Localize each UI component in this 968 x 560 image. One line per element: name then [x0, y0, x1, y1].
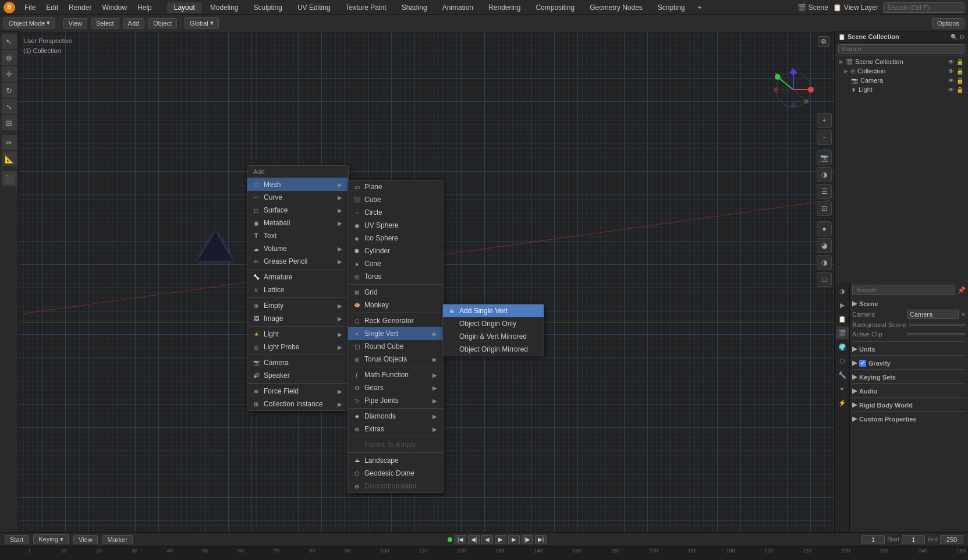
- mesh-diamonds[interactable]: Diamonds ▶: [348, 410, 443, 423]
- add-menu-camera[interactable]: Camera: [247, 356, 348, 369]
- mesh-landscape[interactable]: Landscape: [348, 454, 443, 467]
- tree-light[interactable]: ☀ Light 👁 🔒: [835, 85, 968, 94]
- menu-edit[interactable]: Edit: [41, 2, 63, 13]
- units-section-title[interactable]: ▶ Units: [852, 343, 966, 354]
- view-timeline-btn[interactable]: View: [73, 535, 98, 544]
- mesh-cube[interactable]: Cube: [348, 193, 443, 206]
- tree-collection[interactable]: ▶ ⊞ Collection 👁 🔒: [835, 66, 968, 76]
- outliner-search-input[interactable]: [838, 44, 965, 54]
- add-menu-surface[interactable]: Surface ▶: [247, 204, 348, 217]
- add-menu-metaball[interactable]: Metaball ▶: [247, 217, 348, 229]
- add-menu-volume[interactable]: Volume ▶: [247, 242, 348, 255]
- options-btn[interactable]: Options: [932, 18, 965, 29]
- tool-measure[interactable]: 📐: [2, 151, 17, 166]
- prev-keyframe-btn[interactable]: ◀|: [468, 535, 480, 544]
- mesh-grid[interactable]: Grid: [348, 286, 443, 299]
- mesh-pipe-joints[interactable]: Pipe Joints ▶: [348, 394, 443, 407]
- tool-rotate[interactable]: ↻: [2, 83, 17, 98]
- add-menu-text[interactable]: Text: [247, 229, 348, 242]
- add-menu-light[interactable]: Light ▶: [247, 328, 348, 341]
- tab-compositing[interactable]: Compositing: [529, 2, 581, 13]
- audio-section-title[interactable]: ▶ Audio: [852, 385, 966, 396]
- select-btn[interactable]: Select: [91, 18, 119, 29]
- mesh-math-function[interactable]: Math Function ▶: [348, 368, 443, 381]
- add-btn[interactable]: Add: [123, 18, 145, 29]
- mode-selector[interactable]: Object Mode ▾: [3, 17, 55, 29]
- custom-props-section-title[interactable]: ▶ Custom Properties: [852, 413, 966, 424]
- menu-help[interactable]: Help: [133, 2, 157, 13]
- add-menu-image[interactable]: Image ▶: [247, 312, 348, 325]
- view-btn[interactable]: View: [63, 18, 87, 29]
- tab-layout[interactable]: Layout: [167, 2, 202, 13]
- keying-section-title[interactable]: ▶ Keying Sets: [852, 371, 966, 382]
- vrt-zoom-out[interactable]: -: [817, 130, 832, 145]
- tab-rendering[interactable]: Rendering: [481, 2, 527, 13]
- vrt-camera[interactable]: 📷: [817, 150, 832, 165]
- next-keyframe-btn[interactable]: |▶: [522, 535, 533, 544]
- sv-origin-only[interactable]: Object Origin Only: [443, 317, 544, 330]
- menu-render[interactable]: Render: [64, 2, 96, 13]
- scene-selector[interactable]: 🎬 Scene: [797, 3, 828, 12]
- viewport-options-icon[interactable]: ⚙: [818, 36, 829, 47]
- vrt-wireframe[interactable]: □: [817, 272, 832, 287]
- add-menu-speaker[interactable]: Speaker: [247, 369, 348, 382]
- tool-annotate[interactable]: ✏: [2, 135, 17, 150]
- active-clip-value[interactable]: [907, 333, 966, 335]
- tool-move[interactable]: ✛: [2, 66, 17, 81]
- add-menu-grease-pencil[interactable]: Grease Pencil ▶: [247, 255, 348, 268]
- mesh-cone[interactable]: Cone: [348, 257, 443, 270]
- add-menu-curve[interactable]: Curve ▶: [247, 191, 348, 204]
- end-frame-input[interactable]: 250: [940, 535, 963, 544]
- add-menu-mesh[interactable]: Mesh ▶: [247, 178, 348, 191]
- vrt-rendered[interactable]: ◑: [817, 255, 832, 270]
- play-btn[interactable]: ▶: [495, 535, 506, 544]
- viewport[interactable]: User Perspective (1) Collection ⚙ X Y: [19, 31, 834, 532]
- gravity-checkbox[interactable]: ✓: [859, 360, 866, 367]
- tab-sculpting[interactable]: Sculpting: [247, 2, 289, 13]
- mesh-geodesic-dome[interactable]: Geodesic Dome: [348, 467, 443, 480]
- global-btn[interactable]: Global ▾: [185, 17, 219, 29]
- bg-scene-value[interactable]: [909, 324, 966, 326]
- camera-clear-icon[interactable]: ✕: [961, 311, 966, 318]
- jump-start-btn[interactable]: |◀: [455, 535, 466, 544]
- mesh-rock-gen[interactable]: Rock Generator: [348, 314, 443, 327]
- menu-file[interactable]: File: [20, 2, 40, 13]
- current-frame-input[interactable]: 1: [861, 535, 885, 544]
- scene-section-title[interactable]: ▶ Scene: [852, 297, 966, 309]
- tab-uv-editing[interactable]: UV Editing: [290, 2, 338, 13]
- top-search-input[interactable]: [883, 2, 965, 13]
- mesh-monkey[interactable]: Monkey: [348, 299, 443, 311]
- props-search-input[interactable]: [852, 285, 955, 295]
- add-menu-collection-instance[interactable]: Collection Instance ▶: [247, 398, 348, 410]
- pvt-object[interactable]: ⬡: [836, 355, 849, 367]
- object-btn[interactable]: Object: [148, 18, 177, 29]
- start-frame-input[interactable]: 1: [902, 535, 925, 544]
- tab-scripting[interactable]: Scripting: [651, 2, 692, 13]
- tool-select[interactable]: ↖: [2, 34, 17, 49]
- sv-origin-vert-mirrored[interactable]: Origin & Vert Mirrored: [443, 330, 544, 343]
- tool-cursor[interactable]: ⊕: [2, 50, 17, 65]
- add-menu-lattice[interactable]: Lattice: [247, 283, 348, 296]
- view-layer-selector[interactable]: 📋 View Layer: [833, 3, 878, 12]
- outliner-search-icon[interactable]: 🔍: [951, 34, 958, 40]
- vrt-material[interactable]: ◕: [817, 238, 832, 253]
- mesh-circle[interactable]: Circle: [348, 206, 443, 219]
- next-frame-btn[interactable]: ▶: [508, 535, 520, 544]
- mesh-torus-objects[interactable]: Torus Objects ▶: [348, 353, 443, 366]
- mesh-uv-sphere[interactable]: UV Sphere: [348, 219, 443, 232]
- mesh-plane[interactable]: Plane: [348, 180, 443, 193]
- tab-animation[interactable]: Animation: [435, 2, 480, 13]
- tree-camera[interactable]: 📷 Camera 👁 🔒: [835, 76, 968, 85]
- pvt-world[interactable]: 🌍: [836, 341, 849, 353]
- pvt-view-layer[interactable]: 📋: [836, 313, 849, 325]
- camera-prop-value[interactable]: Camera: [907, 310, 959, 319]
- add-workspace-btn[interactable]: +: [693, 2, 707, 13]
- add-menu-empty[interactable]: Empty ▶: [247, 299, 348, 312]
- vrt-zoom-in[interactable]: +: [817, 113, 832, 128]
- gravity-section-title[interactable]: ▶ ✓ Gravity: [852, 357, 966, 368]
- marker-btn[interactable]: Marker: [102, 535, 133, 544]
- tab-shading[interactable]: Shading: [395, 2, 434, 13]
- props-pin-icon[interactable]: 📌: [958, 286, 966, 294]
- mesh-round-cube[interactable]: Round Cube: [348, 340, 443, 353]
- sv-origin-mirrored[interactable]: Object Origin Mirrored: [443, 343, 544, 356]
